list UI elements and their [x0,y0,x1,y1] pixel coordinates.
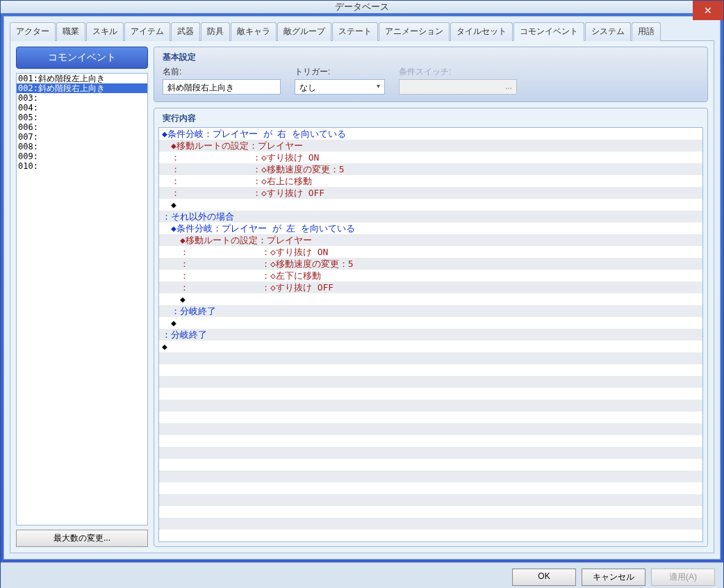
tab-strip: アクター職業スキルアイテム武器防具敵キャラ敵グループステートアニメーションタイル… [10,22,714,41]
switch-label: 条件スイッチ: [399,66,517,78]
change-max-button[interactable]: 最大数の変更... [16,530,148,547]
command-row[interactable]: ◆移動ルートの設定：プレイヤー [159,140,702,152]
titlebar: データベース ✕ [1,1,723,13]
tab-8[interactable]: ステート [332,22,378,41]
list-item[interactable]: 008: [17,142,147,152]
close-button[interactable]: ✕ [693,1,723,20]
command-row[interactable]: ： ：◇すり抜け OFF [159,187,702,199]
name-input[interactable]: 斜め階段右上向き [163,79,281,95]
tab-5[interactable]: 防具 [201,22,230,41]
tab-9[interactable]: アニメーション [379,22,450,41]
tab-7[interactable]: 敵グループ [277,22,331,41]
trigger-label: トリガー: [295,66,385,78]
list-item[interactable]: 002:斜め階段右上向き [17,83,147,93]
name-label: 名前: [163,66,281,78]
name-field-group: 名前: 斜め階段右上向き [163,66,281,95]
command-row-empty[interactable] [159,400,702,411]
command-row[interactable]: ：それ以外の場合 [159,211,702,222]
tab-0[interactable]: アクター [10,22,56,41]
exec-group: 実行内容 ◆条件分岐：プレイヤー が 右 を向いている ◆移動ルートの設定：プレ… [154,108,708,547]
command-row-empty[interactable] [159,447,702,459]
trigger-field-group: トリガー: なし [295,66,385,95]
tab-4[interactable]: 武器 [171,22,200,41]
command-row-empty[interactable] [159,364,702,376]
basic-settings-group: 基本設定 名前: 斜め階段右上向き トリガー: なし 条件スイッチ: [154,47,708,102]
tab-body: コモンイベント 001:斜め階段左上向き002:斜め階段右上向き003:004:… [10,40,714,553]
tab-6[interactable]: 敵キャラ [231,22,277,41]
command-row[interactable]: ◆ [159,199,702,211]
cancel-button[interactable]: キャンセル [582,569,645,586]
right-panel: 基本設定 名前: 斜め階段右上向き トリガー: なし 条件スイッチ: [154,47,708,547]
left-panel: コモンイベント 001:斜め階段左上向き002:斜め階段右上向き003:004:… [16,47,148,547]
list-item[interactable]: 005: [17,113,147,122]
command-row-empty[interactable] [159,530,702,541]
command-row-empty[interactable] [159,471,702,482]
command-row[interactable]: ◆ [159,341,702,352]
command-row[interactable]: ： ：◇すり抜け ON [159,152,702,163]
command-row[interactable]: ： ：◇左下に移動 [159,270,702,281]
command-row[interactable]: ： ：◇移動速度の変更：5 [159,163,702,175]
command-row[interactable]: ◆条件分岐：プレイヤー が 左 を向いている [159,222,702,234]
command-row-empty[interactable] [159,388,702,400]
basic-title: 基本設定 [163,51,699,63]
command-row-empty[interactable] [159,494,702,506]
list-item[interactable]: 003: [17,93,147,103]
tab-2[interactable]: スキル [86,22,124,41]
content-area: アクター職業スキルアイテム武器防具敵キャラ敵グループステートアニメーションタイル… [3,16,721,560]
list-item[interactable]: 006: [17,122,147,132]
command-row-empty[interactable] [159,435,702,447]
command-row[interactable]: ◆ [159,293,702,305]
switch-field-group: 条件スイッチ: [399,66,517,95]
command-row[interactable]: ：分岐終了 [159,329,702,341]
tab-10[interactable]: タイルセット [450,22,513,41]
close-icon: ✕ [704,5,712,16]
trigger-select[interactable]: なし [295,79,385,95]
command-row[interactable]: ： ：◇右上に移動 [159,175,702,187]
command-row-empty[interactable] [159,376,702,388]
command-row-empty[interactable] [159,482,702,494]
database-window: データベース ✕ アクター職業スキルアイテム武器防具敵キャラ敵グループステートア… [0,0,724,588]
command-row-empty[interactable] [159,518,702,530]
exec-title: 実行内容 [158,113,703,124]
command-row[interactable]: ： ：◇すり抜け OFF [159,281,702,293]
command-list[interactable]: ◆条件分岐：プレイヤー が 右 を向いている ◆移動ルートの設定：プレイヤー ：… [158,127,703,542]
command-row-empty[interactable] [159,459,702,471]
tab-3[interactable]: アイテム [124,22,170,41]
command-row[interactable]: ： ：◇移動速度の変更：5 [159,258,702,270]
command-row[interactable]: ◆条件分岐：プレイヤー が 右 を向いている [159,128,702,140]
common-event-list[interactable]: 001:斜め階段左上向き002:斜め階段右上向き003:004:005:006:… [16,73,148,525]
switch-input [399,79,517,95]
command-row[interactable]: ◆移動ルートの設定：プレイヤー [159,234,702,246]
command-row-empty[interactable] [159,423,702,435]
list-item[interactable]: 009: [17,152,147,161]
command-row-empty[interactable] [159,352,702,364]
tab-13[interactable]: 用語 [632,22,661,41]
apply-button: 適用(A) [651,569,715,586]
window-title: データベース [335,1,389,13]
tab-12[interactable]: システム [585,22,631,41]
list-item[interactable]: 004: [17,103,147,113]
dialog-button-row: OK キャンセル 適用(A) [1,562,723,588]
list-item[interactable]: 007: [17,132,147,142]
panel-header: コモンイベント [16,47,148,69]
command-row[interactable]: ：分岐終了 [159,305,702,317]
command-row[interactable]: ： ：◇すり抜け ON [159,246,702,258]
list-item[interactable]: 001:斜め階段左上向き [17,74,147,83]
tab-1[interactable]: 職業 [56,22,85,41]
ok-button[interactable]: OK [512,569,576,586]
command-row[interactable]: ◆ [159,317,702,329]
command-row-empty[interactable] [159,506,702,518]
tab-11[interactable]: コモンイベント [513,22,584,41]
command-row-empty[interactable] [159,411,702,423]
list-item[interactable]: 010: [17,161,147,171]
